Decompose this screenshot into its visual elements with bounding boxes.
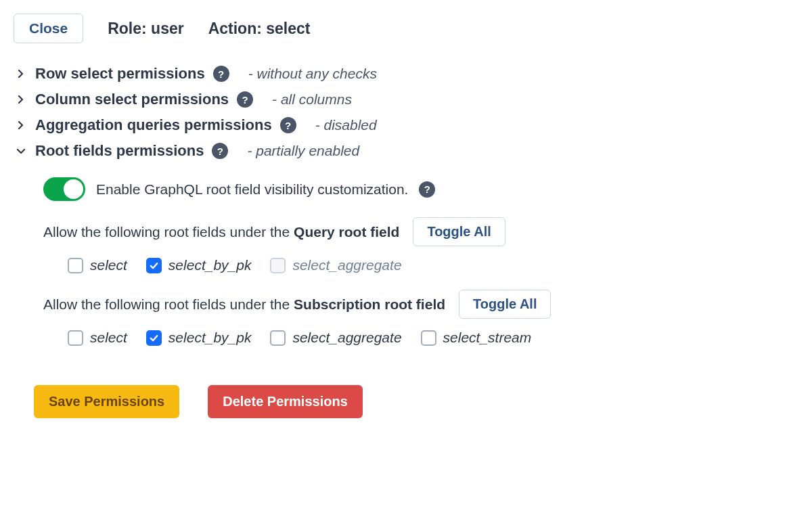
section-title: Root fields permissions: [35, 142, 204, 160]
checkbox-query-select-by-pk[interactable]: select_by_pk: [146, 257, 252, 273]
help-icon[interactable]: ?: [212, 143, 228, 159]
checkbox-label: select_stream: [443, 330, 532, 346]
enable-customization-row: Enable GraphQL root field visibility cus…: [43, 177, 798, 201]
close-button[interactable]: Close: [14, 14, 83, 43]
enable-toggle-label: Enable GraphQL root field visibility cus…: [96, 181, 408, 198]
toggle-all-subscription-button[interactable]: Toggle All: [459, 290, 551, 319]
section-status: - partially enabled: [247, 143, 359, 159]
enable-toggle[interactable]: [43, 177, 85, 201]
checkbox-subscription-select-aggregate[interactable]: select_aggregate: [270, 330, 401, 346]
section-status: - disabled: [315, 117, 377, 133]
section-status: - without any checks: [248, 66, 377, 82]
column-select-permissions-row[interactable]: Column select permissions ? - all column…: [14, 88, 798, 114]
checkbox-subscription-select-by-pk[interactable]: select_by_pk: [146, 330, 252, 346]
checkbox-label: select: [90, 257, 127, 273]
help-icon[interactable]: ?: [280, 117, 296, 133]
role-label: Role: user: [108, 20, 183, 38]
chevron-down-icon: [14, 143, 28, 158]
query-root-field-text: Allow the following root fields under th…: [43, 224, 399, 240]
subscription-root-field-text: Allow the following root fields under th…: [43, 296, 445, 313]
top-bar: Close Role: user Action: select: [14, 14, 798, 43]
checkbox-query-select-aggregate: select_aggregate: [270, 257, 401, 273]
checkbox-subscription-select-stream[interactable]: select_stream: [421, 330, 532, 346]
checkbox-label: select_by_pk: [168, 330, 252, 346]
checkbox-subscription-select[interactable]: select: [68, 330, 127, 346]
checkbox-label: select_by_pk: [168, 257, 252, 273]
chevron-right-icon: [14, 92, 28, 107]
checkbox-label: select: [90, 330, 127, 346]
section-title: Row select permissions: [35, 65, 205, 83]
section-title: Aggregation queries permissions: [35, 116, 272, 134]
checkbox-query-select[interactable]: select: [68, 257, 127, 273]
aggregation-permissions-row[interactable]: Aggregation queries permissions ? - disa…: [14, 114, 798, 139]
help-icon[interactable]: ?: [419, 181, 435, 198]
query-root-field-block: Allow the following root fields under th…: [43, 217, 798, 273]
section-title: Column select permissions: [35, 91, 229, 108]
chevron-right-icon: [14, 66, 28, 81]
checkbox-label: select_aggregate: [292, 257, 401, 273]
checkbox-label: select_aggregate: [292, 330, 401, 346]
chevron-right-icon: [14, 118, 28, 133]
help-icon[interactable]: ?: [237, 91, 253, 108]
section-status: - all columns: [272, 91, 352, 108]
root-fields-content: Enable GraphQL root field visibility cus…: [14, 165, 798, 353]
root-fields-permissions-row[interactable]: Root fields permissions ? - partially en…: [14, 139, 798, 165]
subscription-root-field-block: Allow the following root fields under th…: [43, 290, 798, 346]
save-permissions-button[interactable]: Save Permissions: [34, 385, 179, 418]
help-icon[interactable]: ?: [213, 66, 229, 82]
action-label: Action: select: [208, 20, 311, 38]
action-buttons: Save Permissions Delete Permissions: [14, 385, 798, 418]
row-select-permissions-row[interactable]: Row select permissions ? - without any c…: [14, 62, 798, 88]
delete-permissions-button[interactable]: Delete Permissions: [208, 385, 363, 418]
toggle-all-query-button[interactable]: Toggle All: [413, 217, 505, 246]
